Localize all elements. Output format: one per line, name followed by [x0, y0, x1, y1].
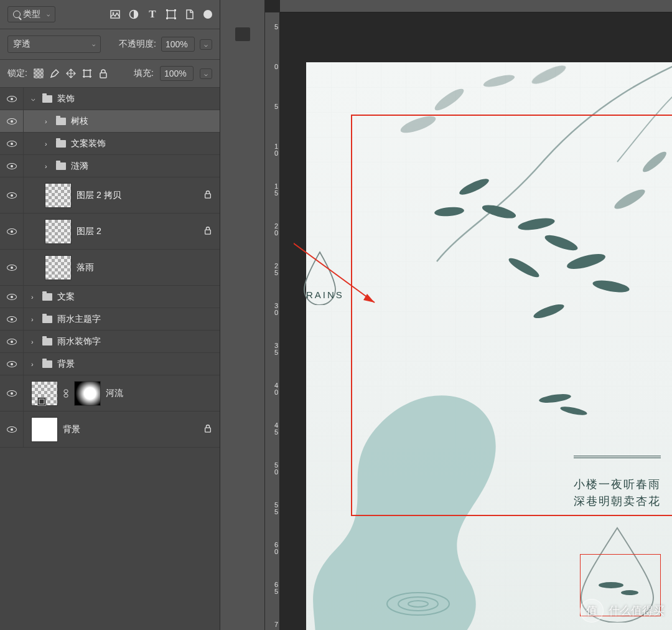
layer-content: 河流	[24, 375, 220, 411]
visibility-toggle[interactable]	[0, 133, 24, 154]
opacity-dropdown[interactable]: ⌵	[200, 39, 212, 50]
search-icon	[13, 11, 21, 18]
layer-row[interactable]: ›雨水主题字	[0, 308, 220, 331]
svg-point-29	[592, 278, 630, 294]
layer-row[interactable]: 河流	[0, 375, 220, 411]
svg-rect-8	[84, 70, 90, 77]
visibility-toggle[interactable]	[0, 411, 24, 447]
chevron-right-icon[interactable]: ›	[31, 338, 37, 346]
filter-image-icon[interactable]	[110, 9, 120, 19]
ruler-tick: 2 0	[267, 223, 278, 237]
filter-type-select[interactable]: 类型 ⌵	[7, 6, 55, 22]
eye-icon	[7, 265, 17, 271]
layer-thumbnail[interactable]	[31, 417, 58, 442]
layer-row[interactable]: 图层 2	[0, 214, 220, 250]
chevron-down-icon[interactable]: ⌵	[31, 95, 37, 103]
layer-name[interactable]: 背景	[63, 424, 80, 435]
layer-content: ›涟漪	[24, 155, 220, 177]
opacity-label: 不透明度:	[119, 39, 156, 50]
blend-mode-select[interactable]: 穿透 ⌵	[7, 35, 101, 53]
lock-icon[interactable]	[203, 424, 212, 435]
layer-row[interactable]: ›树枝	[0, 110, 220, 133]
ruler-tick: 0	[267, 63, 278, 70]
visibility-toggle[interactable]	[0, 177, 24, 213]
mask-thumbnail[interactable]	[74, 381, 101, 406]
layer-name[interactable]: 图层 2 拷贝	[77, 190, 121, 201]
visibility-toggle[interactable]	[0, 375, 24, 411]
layer-name[interactable]: 河流	[106, 388, 123, 399]
svg-point-37	[482, 73, 516, 90]
ruler-tick: 6 5	[267, 581, 278, 595]
svg-rect-12	[39, 399, 44, 404]
visibility-toggle[interactable]	[0, 88, 24, 110]
visibility-toggle[interactable]	[0, 331, 24, 352]
filter-adjustment-icon[interactable]	[129, 9, 139, 19]
eye-icon	[7, 361, 17, 367]
chevron-right-icon[interactable]: ›	[31, 360, 37, 368]
visibility-toggle[interactable]	[0, 155, 24, 177]
layer-name[interactable]: 图层 2	[77, 226, 101, 237]
layer-row[interactable]: 背景	[0, 411, 220, 448]
visibility-toggle[interactable]	[0, 214, 24, 249]
lock-all-icon[interactable]	[98, 68, 108, 78]
visibility-toggle[interactable]	[0, 110, 24, 132]
fill-dropdown[interactable]: ⌵	[200, 68, 212, 79]
svg-point-22	[457, 176, 490, 198]
lock-icon[interactable]	[203, 226, 212, 237]
visibility-toggle[interactable]	[0, 286, 24, 308]
layer-name[interactable]: 文案装饰	[71, 138, 106, 149]
layer-row[interactable]: 图层 2 拷贝	[0, 177, 220, 214]
layer-name[interactable]: 树枝	[71, 116, 88, 127]
chevron-down-icon: ⌵	[92, 41, 95, 47]
layer-row[interactable]: ›雨水装饰字	[0, 331, 220, 353]
visibility-toggle[interactable]	[0, 250, 24, 285]
layer-name[interactable]: 落雨	[77, 262, 94, 273]
eye-icon	[7, 228, 17, 235]
visibility-toggle[interactable]	[0, 353, 24, 375]
layer-row[interactable]: 落雨	[0, 250, 220, 286]
layer-row[interactable]: ›文案	[0, 286, 220, 308]
lock-icon[interactable]	[203, 190, 212, 200]
layer-row[interactable]: ›涟漪	[0, 155, 220, 177]
lock-artboard-icon[interactable]	[82, 68, 92, 78]
chevron-right-icon[interactable]: ›	[45, 162, 51, 170]
canvas[interactable]: RAINS 小楼一夜听春雨 深巷明朝卖杏花	[294, 25, 672, 630]
lock-transparency-icon[interactable]	[34, 68, 44, 78]
svg-rect-9	[100, 73, 106, 78]
ruler-horizontal[interactable]	[280, 0, 672, 12]
chevron-right-icon[interactable]: ›	[31, 316, 37, 323]
layer-name[interactable]: 雨水主题字	[57, 314, 101, 325]
svg-point-35	[399, 113, 438, 136]
lock-position-icon[interactable]	[66, 68, 76, 78]
chevron-right-icon[interactable]: ›	[31, 293, 37, 301]
layer-name[interactable]: 装饰	[57, 93, 75, 105]
lock-pixels-icon[interactable]	[50, 68, 60, 78]
poem-text: 小楼一夜听春雨 深巷明朝卖杏花	[574, 476, 661, 510]
docked-panel-icon[interactable]	[235, 27, 250, 41]
filter-shape-icon[interactable]	[166, 9, 176, 19]
svg-point-28	[506, 255, 541, 280]
visibility-toggle[interactable]	[0, 308, 24, 330]
ruler-vertical[interactable]: 5051 01 52 02 53 03 54 04 55 05 56 06 57	[265, 12, 280, 630]
layer-row[interactable]: ›文案装饰	[0, 133, 220, 155]
layer-name[interactable]: 涟漪	[71, 161, 88, 172]
filter-text-icon[interactable]: T	[147, 9, 157, 19]
layer-thumbnail[interactable]	[45, 183, 72, 208]
layer-name[interactable]: 背景	[57, 359, 75, 370]
layer-thumbnail[interactable]	[45, 219, 72, 244]
layer-row[interactable]: ⌵装饰	[0, 88, 220, 110]
eye-icon	[7, 294, 17, 300]
chevron-right-icon[interactable]: ›	[45, 118, 51, 125]
layer-name[interactable]: 文案	[57, 291, 75, 303]
svg-rect-4	[166, 9, 168, 11]
layer-thumbnail[interactable]	[45, 255, 72, 280]
layer-row[interactable]: ›背景	[0, 353, 220, 375]
chevron-right-icon[interactable]: ›	[45, 140, 51, 148]
filter-dot-icon[interactable]	[203, 10, 212, 19]
fill-input[interactable]: 100%	[160, 66, 194, 81]
opacity-input[interactable]: 100%	[161, 37, 195, 52]
layer-name[interactable]: 雨水装饰字	[57, 336, 101, 347]
link-icon[interactable]	[63, 389, 69, 398]
filter-smartobject-icon[interactable]	[185, 9, 195, 19]
layer-list[interactable]: ⌵装饰›树枝›文案装饰›涟漪图层 2 拷贝图层 2落雨›文案›雨水主题字›雨水装…	[0, 88, 220, 630]
